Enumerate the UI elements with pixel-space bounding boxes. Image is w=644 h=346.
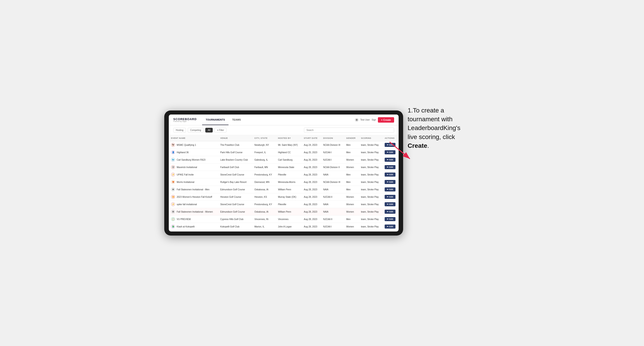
cell-gender: Women: [344, 193, 358, 201]
cell-city-state: Oskaloosa, IA: [252, 186, 276, 193]
col-gender: GENDER: [344, 135, 358, 141]
search-input[interactable]: [304, 128, 394, 133]
cell-event-name: 🏛 Fall Statesmen Invitational - Women: [169, 208, 218, 215]
cell-hosted-by: William Penn: [276, 208, 302, 215]
edit-button[interactable]: ✏ Edit: [385, 217, 396, 221]
competing-filter[interactable]: Competing: [188, 128, 204, 133]
event-name-label: Fall Statesmen Invitational - Women: [177, 210, 213, 213]
cell-division: NCAA Division II: [321, 164, 344, 171]
cell-city-state: Prestonsburg, KY: [252, 201, 276, 208]
cell-division: NJCAA I: [321, 149, 344, 156]
cell-division: NJCAA I: [321, 156, 344, 164]
cell-start-date: Aug 28, 2023: [302, 164, 321, 171]
cell-venue: Lake Bracken Country Club: [218, 156, 252, 164]
cell-hosted-by: William Penn: [276, 186, 302, 193]
table-row: 🏛 Fall Statesmen Invitational - Women Ed…: [169, 208, 398, 215]
page-wrapper: 1.To create a tournament with Leaderboar…: [164, 110, 480, 236]
cell-event-name: ⚡ upike fall invitational: [169, 201, 218, 208]
table-row: ⚡ UPIKE Fall Invite StoneCrest Golf Cour…: [169, 171, 398, 178]
cell-division: NCAA Division III: [321, 141, 344, 149]
cell-venue: StoneCrest Golf Course: [218, 171, 252, 178]
cell-hosted-by: Pikeville: [276, 201, 302, 208]
table-row: 👤 Highland 36 Park Hills Golf Course Fre…: [169, 149, 398, 156]
settings-icon[interactable]: ⚙: [355, 118, 358, 122]
team-logo-icon: ⚡: [171, 202, 175, 206]
cell-start-date: Aug 26, 2023: [302, 156, 321, 164]
cell-event-name: 💥 2023 Women's Hesston Fall Kickoff: [169, 193, 218, 201]
event-name-label: VU PREVIEW: [177, 218, 191, 220]
cell-gender: Women: [344, 164, 358, 171]
cell-division: NJCAA II: [321, 193, 344, 201]
cell-scoring: team, Stroke Play: [359, 141, 382, 149]
tab-tournaments[interactable]: TOURNAMENTS: [202, 115, 228, 125]
cell-venue: StoneCrest Golf Course: [218, 201, 252, 208]
search-box: [304, 128, 394, 133]
annotation-text: 1.To create a tournament with Leaderboar…: [408, 106, 480, 150]
cell-event-name: 🐦 Carl Sandburg Women FA23: [169, 156, 218, 164]
cell-hosted-by: Mt. Saint Mary (NY): [276, 141, 302, 149]
cell-gender: Men: [344, 215, 358, 223]
cell-city-state: Prestonsburg, KY: [252, 171, 276, 178]
cell-actions: ✏ Edit: [382, 201, 398, 208]
cell-start-date: Aug 28, 2023: [302, 171, 321, 178]
logo-area: SCOREBOARD Powered by Clippit: [173, 118, 197, 122]
cell-scoring: team, Stroke Play: [359, 156, 382, 164]
edit-button[interactable]: ✏ Edit: [385, 158, 396, 162]
cell-actions: ✏ Edit: [382, 171, 398, 178]
tournaments-table: EVENT NAME VENUE CITY, STATE HOSTED BY S…: [169, 135, 398, 230]
cell-hosted-by: Highland CC: [276, 149, 302, 156]
cell-event-name: 🐺 Maverick Invitational: [169, 164, 218, 171]
cell-start-date: Aug 24, 2023: [302, 141, 321, 149]
cell-gender: Men: [344, 178, 358, 186]
tablet-screen: SCOREBOARD Powered by Clippit TOURNAMENT…: [169, 115, 398, 231]
cell-hosted-by: Pikeville: [276, 171, 302, 178]
event-name-label: Morris Invitational: [177, 181, 194, 183]
cell-hosted-by: Minnesota-Morris: [276, 178, 302, 186]
team-logo-icon: 🐺: [171, 165, 175, 169]
cell-division: NAIA: [321, 171, 344, 178]
edit-button[interactable]: ✏ Edit: [385, 173, 396, 176]
edit-button[interactable]: ✏ Edit: [385, 187, 396, 191]
event-name-label: Maverick Invitational: [177, 166, 197, 169]
table-row: 🐦 Carl Sandburg Women FA23 Lake Bracken …: [169, 156, 398, 164]
col-division: DIVISION: [321, 135, 344, 141]
logo-text: SCOREBOARD: [173, 118, 197, 121]
edit-button[interactable]: ✏ Edit: [385, 224, 396, 229]
event-name-label: Fall Statesmen Invitational - Men: [177, 188, 210, 191]
edit-button[interactable]: ✏ Edit: [385, 180, 396, 184]
hosting-filter[interactable]: Hosting: [173, 128, 186, 133]
edit-button[interactable]: ✏ Edit: [385, 143, 396, 147]
cell-gender: Men: [344, 171, 358, 178]
table-row: 🐉 Klash at Kokopelli Kokopelli Golf Club…: [169, 223, 398, 230]
table-row: 🦅 MSMC Qualifying 1 The Powelton Club Ne…: [169, 141, 398, 149]
create-button[interactable]: + Create: [378, 117, 394, 123]
col-city-state: CITY, STATE: [252, 135, 276, 141]
cell-gender: Men: [344, 186, 358, 193]
cell-venue: Ruttger's Bay Lake Resort: [218, 178, 252, 186]
cell-scoring: team, Stroke Play: [359, 208, 382, 215]
sign-in[interactable]: Sign: [372, 119, 376, 121]
edit-button[interactable]: ✏ Edit: [385, 150, 396, 154]
cell-event-name: 🦊 Morris Invitational: [169, 178, 218, 186]
edit-button[interactable]: ✏ Edit: [385, 165, 396, 169]
cell-city-state: Faribault, MN: [252, 164, 276, 171]
team-logo-icon: 👤: [171, 150, 175, 154]
cell-venue: Park Hills Golf Course: [218, 149, 252, 156]
all-filter[interactable]: All: [205, 128, 213, 133]
cell-actions: ✏ Edit: [382, 223, 398, 230]
nav-right: ⚙ Test User Sign + Create: [355, 117, 394, 123]
edit-button[interactable]: ✏ Edit: [385, 195, 396, 199]
edit-button[interactable]: ✏ Edit: [385, 210, 396, 214]
filter-button[interactable]: ≡ Filter: [214, 128, 226, 133]
cell-event-name: 🐉 Klash at Kokopelli: [169, 223, 218, 230]
table-row: 🐺 Maverick Invitational Faribault Golf C…: [169, 164, 398, 171]
cell-city-state: Galesburg, IL: [252, 156, 276, 164]
cell-hosted-by: Vincennes: [276, 215, 302, 223]
cell-venue: Cypress Hills Golf Club: [218, 215, 252, 223]
edit-button[interactable]: ✏ Edit: [385, 202, 396, 206]
cell-division: NAIA: [321, 208, 344, 215]
cell-actions: ✏ Edit: [382, 193, 398, 201]
nav-tabs: TOURNAMENTS TEAMS: [202, 115, 244, 125]
tab-teams[interactable]: TEAMS: [228, 115, 244, 125]
event-name-label: upike fall invitational: [177, 203, 197, 206]
